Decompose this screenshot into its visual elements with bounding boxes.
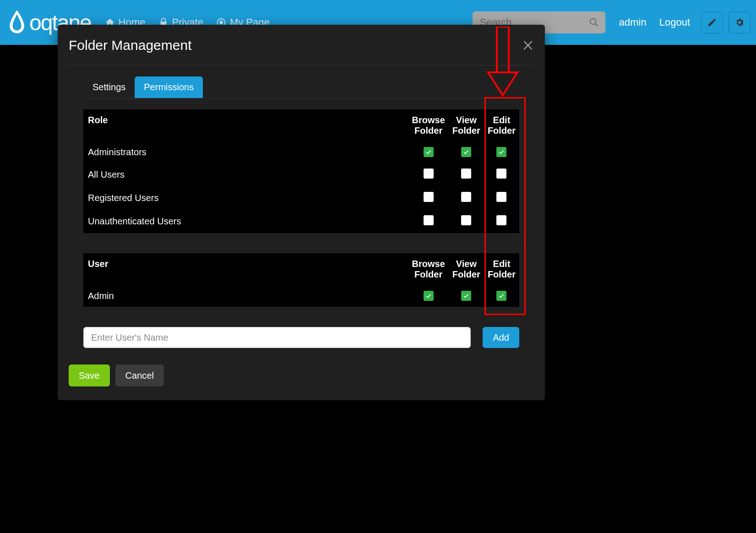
role-permissions-table: Role Browse Folder View Folder Edit Fold… — [83, 109, 519, 233]
edit-mode-button[interactable] — [701, 11, 723, 33]
role-1-view-checkbox[interactable] — [461, 169, 471, 179]
role-2-view-checkbox[interactable] — [461, 192, 471, 202]
role-name: All Users — [83, 163, 408, 186]
user-links: admin Logout — [619, 16, 690, 28]
tab-settings[interactable]: Settings — [83, 76, 135, 98]
user-name: Admin — [83, 285, 408, 307]
svg-point-2 — [590, 19, 596, 25]
user-0-browse-checkbox[interactable] — [424, 291, 434, 301]
table-row: Administrators — [83, 141, 519, 163]
user-0-view-checkbox[interactable] — [461, 291, 471, 301]
col-header-browse: Browse Folder — [408, 109, 449, 141]
search-icon — [589, 17, 599, 27]
tabs: Settings Permissions — [83, 76, 519, 98]
col-header-browse-user: Browse Folder — [408, 253, 449, 285]
role-name: Unauthenticated Users — [83, 210, 408, 233]
table-row: Registered Users — [83, 186, 519, 210]
role-1-browse-checkbox[interactable] — [424, 169, 434, 179]
user-permissions-table: User Browse Folder View Folder Edit Fold… — [83, 253, 519, 307]
col-header-user: User — [83, 253, 408, 285]
role-3-browse-checkbox[interactable] — [424, 215, 434, 225]
modal-close-button[interactable] — [522, 39, 534, 51]
pencil-icon — [707, 17, 717, 27]
gear-icon — [734, 17, 745, 27]
role-1-edit-checkbox[interactable] — [496, 169, 506, 179]
col-header-view-user: View Folder — [449, 253, 484, 285]
tab-permissions[interactable]: Permissions — [135, 76, 203, 98]
folder-management-modal: Folder Management Settings Permissions R… — [58, 25, 545, 400]
col-header-edit-user: Edit Folder — [484, 253, 519, 285]
role-2-browse-checkbox[interactable] — [424, 192, 434, 202]
table-row: Unauthenticated Users — [83, 210, 519, 233]
role-name: Administrators — [83, 141, 408, 163]
role-3-view-checkbox[interactable] — [461, 215, 471, 225]
save-button[interactable]: Save — [69, 364, 110, 386]
user-0-edit-checkbox[interactable] — [496, 291, 506, 301]
close-icon — [522, 39, 534, 51]
cancel-button[interactable]: Cancel — [115, 364, 164, 386]
col-header-view: View Folder — [449, 109, 484, 141]
svg-point-1 — [219, 21, 223, 24]
settings-button[interactable] — [729, 11, 751, 33]
username-link[interactable]: admin — [619, 16, 647, 28]
add-user-input[interactable] — [83, 327, 471, 348]
role-0-edit-checkbox[interactable] — [496, 147, 506, 157]
role-2-edit-checkbox[interactable] — [496, 192, 506, 202]
add-user-button[interactable]: Add — [483, 327, 519, 348]
role-0-view-checkbox[interactable] — [461, 147, 471, 157]
logout-link[interactable]: Logout — [659, 16, 690, 28]
role-0-browse-checkbox[interactable] — [424, 147, 434, 157]
table-row: Admin — [83, 285, 519, 307]
col-header-edit: Edit Folder — [484, 109, 519, 141]
svg-line-3 — [595, 24, 598, 27]
modal-title: Folder Management — [69, 38, 191, 53]
table-row: All Users — [83, 163, 519, 186]
col-header-role: Role — [83, 109, 408, 141]
role-name: Registered Users — [83, 186, 408, 210]
logo-drop-icon — [8, 10, 26, 35]
role-3-edit-checkbox[interactable] — [496, 215, 506, 225]
